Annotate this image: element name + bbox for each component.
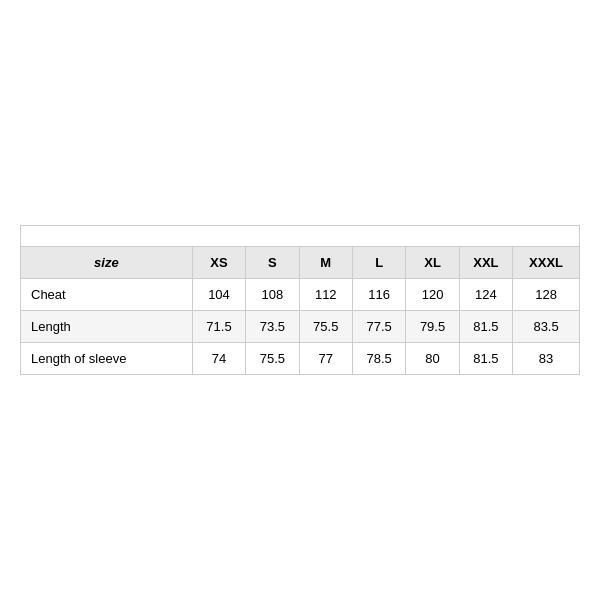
header-size: size [21, 247, 193, 279]
size-chart-container: size XS S M L XL XXL XXXL Cheat104108112… [20, 225, 580, 375]
header-xs: XS [192, 247, 245, 279]
cell-value: 77.5 [352, 311, 405, 343]
cell-value: 83 [513, 343, 580, 375]
cell-value: 83.5 [513, 311, 580, 343]
cell-value: 81.5 [459, 311, 512, 343]
header-xl: XL [406, 247, 459, 279]
cell-value: 79.5 [406, 311, 459, 343]
cell-value: 75.5 [246, 343, 299, 375]
row-label: Cheat [21, 279, 193, 311]
cell-value: 75.5 [299, 311, 352, 343]
cell-value: 108 [246, 279, 299, 311]
cell-value: 124 [459, 279, 512, 311]
cell-value: 78.5 [352, 343, 405, 375]
cell-value: 80 [406, 343, 459, 375]
cell-value: 112 [299, 279, 352, 311]
cell-value: 128 [513, 279, 580, 311]
cell-value: 77 [299, 343, 352, 375]
cell-value: 73.5 [246, 311, 299, 343]
row-label: Length [21, 311, 193, 343]
header-l: L [352, 247, 405, 279]
header-row: size XS S M L XL XXL XXXL [21, 247, 580, 279]
table-row: Length of sleeve7475.57778.58081.583 [21, 343, 580, 375]
table-row: Length71.573.575.577.579.581.583.5 [21, 311, 580, 343]
cell-value: 104 [192, 279, 245, 311]
header-s: S [246, 247, 299, 279]
cell-value: 71.5 [192, 311, 245, 343]
row-label: Length of sleeve [21, 343, 193, 375]
size-chart-table: size XS S M L XL XXL XXXL Cheat104108112… [20, 225, 580, 375]
header-xxxl: XXXL [513, 247, 580, 279]
cell-value: 116 [352, 279, 405, 311]
cell-value: 81.5 [459, 343, 512, 375]
header-m: M [299, 247, 352, 279]
cell-value: 120 [406, 279, 459, 311]
table-row: Cheat104108112116120124128 [21, 279, 580, 311]
table-title [21, 226, 580, 247]
header-xxl: XXL [459, 247, 512, 279]
title-row [21, 226, 580, 247]
cell-value: 74 [192, 343, 245, 375]
